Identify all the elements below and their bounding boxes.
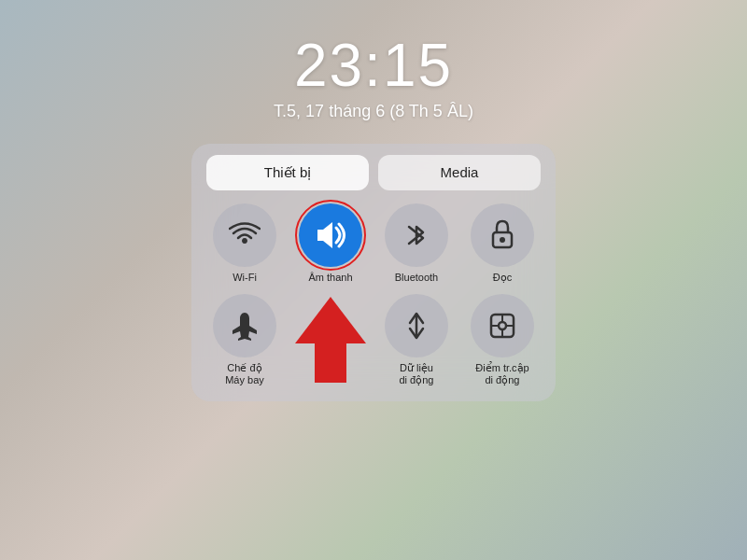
airplane-circle xyxy=(213,294,276,357)
tab-media[interactable]: Media xyxy=(378,155,541,190)
svg-marker-0 xyxy=(317,222,332,248)
svg-rect-2 xyxy=(500,237,505,243)
icons-grid: Wi-Fi Âm thanh xyxy=(206,203,541,386)
du-lieu-item[interactable]: Dữ liệudi động xyxy=(378,294,455,386)
clock-date: T.5, 17 tháng 6 (8 Th 5 ÂL) xyxy=(274,102,473,121)
bluetooth-item[interactable]: Bluetooth xyxy=(378,203,455,284)
am-thanh-label: Âm thanh xyxy=(308,272,352,284)
control-center: Thiết bị Media xyxy=(191,144,556,401)
doc-circle xyxy=(471,203,534,267)
svg-point-5 xyxy=(499,322,506,329)
hotspot-circle xyxy=(471,294,534,357)
red-arrow xyxy=(295,297,366,383)
tabs-row: Thiết bị Media xyxy=(206,155,541,190)
background: 23:15 T.5, 17 tháng 6 (8 Th 5 ÂL) Thiết … xyxy=(0,0,747,560)
am-thanh-item[interactable]: Âm thanh xyxy=(292,203,369,284)
airplane-label: Chế độMáy bay xyxy=(225,362,264,386)
clock-time: 23:15 xyxy=(294,33,453,98)
bluetooth-circle xyxy=(385,203,448,267)
hotspot-label: Điểm tr.cậpdi động xyxy=(475,362,529,386)
phone-area: 23:15 T.5, 17 tháng 6 (8 Th 5 ÂL) Thiết … xyxy=(173,14,574,546)
bluetooth-label: Bluetooth xyxy=(395,272,438,284)
wifi-circle xyxy=(213,203,276,267)
airplane-item[interactable]: Chế độMáy bay xyxy=(206,294,283,386)
hotspot-item[interactable]: Điểm tr.cậpdi động xyxy=(464,294,541,386)
tab-thiet-bi[interactable]: Thiết bị xyxy=(206,155,369,190)
wifi-label: Wi-Fi xyxy=(233,272,257,284)
du-lieu-label: Dữ liệudi động xyxy=(400,362,434,386)
arrow-shaft xyxy=(315,343,346,383)
wifi-item[interactable]: Wi-Fi xyxy=(206,203,283,284)
arrow-cell xyxy=(292,294,369,386)
doc-label: Đọc xyxy=(493,272,512,284)
doc-item[interactable]: Đọc xyxy=(464,203,541,284)
am-thanh-circle xyxy=(299,203,362,267)
du-lieu-circle xyxy=(385,294,448,357)
arrow-head xyxy=(295,297,366,343)
